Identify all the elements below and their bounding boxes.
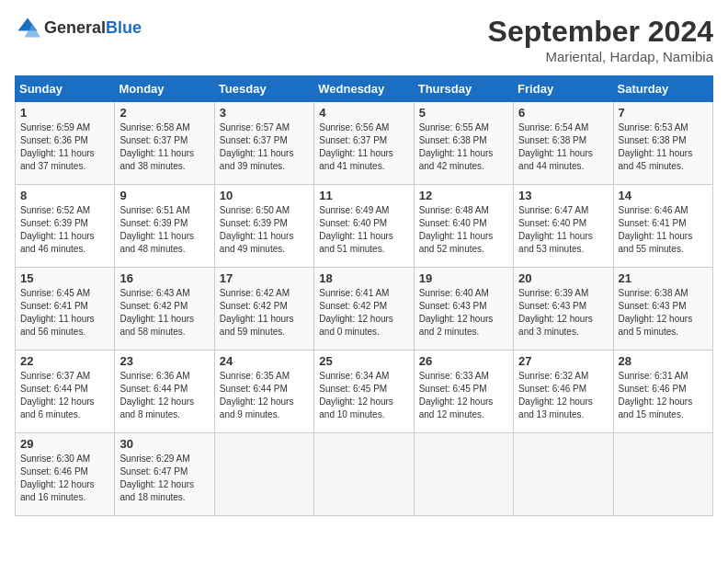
cell-info: Sunrise: 6:39 AM Sunset: 6:43 PM Dayligh… [518,287,608,339]
day-number: 18 [319,271,408,285]
calendar-cell: 6Sunrise: 6:54 AM Sunset: 6:38 PM Daylig… [514,102,613,185]
day-number: 19 [419,271,508,285]
logo: GeneralBlue [15,15,142,40]
calendar-week-row: 29Sunrise: 6:30 AM Sunset: 6:46 PM Dayli… [16,433,713,516]
day-number: 26 [419,354,508,368]
cell-info: Sunrise: 6:31 AM Sunset: 6:46 PM Dayligh… [619,370,708,421]
day-number: 17 [220,271,309,285]
day-number: 30 [119,437,209,451]
calendar-week-row: 8Sunrise: 6:52 AM Sunset: 6:39 PM Daylig… [16,185,713,268]
cell-info: Sunrise: 6:37 AM Sunset: 6:44 PM Dayligh… [20,370,109,421]
day-number: 22 [20,354,109,368]
col-header-monday: Monday [115,76,214,102]
col-header-wednesday: Wednesday [314,76,414,102]
cell-info: Sunrise: 6:47 AM Sunset: 6:40 PM Dayligh… [518,204,608,256]
day-number: 4 [319,106,408,120]
calendar-cell: 13Sunrise: 6:47 AM Sunset: 6:40 PM Dayli… [514,185,613,268]
cell-info: Sunrise: 6:41 AM Sunset: 6:42 PM Dayligh… [319,287,408,339]
day-number: 3 [220,106,309,120]
calendar-cell: 7Sunrise: 6:53 AM Sunset: 6:38 PM Daylig… [613,102,712,185]
cell-info: Sunrise: 6:48 AM Sunset: 6:40 PM Dayligh… [419,204,508,256]
calendar-cell: 25Sunrise: 6:34 AM Sunset: 6:45 PM Dayli… [314,350,414,433]
cell-info: Sunrise: 6:46 AM Sunset: 6:41 PM Dayligh… [619,204,708,256]
calendar-cell: 22Sunrise: 6:37 AM Sunset: 6:44 PM Dayli… [16,350,115,433]
col-header-tuesday: Tuesday [214,76,313,102]
logo-icon [15,15,40,40]
col-header-saturday: Saturday [613,76,712,102]
cell-info: Sunrise: 6:34 AM Sunset: 6:45 PM Dayligh… [319,370,408,421]
calendar-cell: 1Sunrise: 6:59 AM Sunset: 6:36 PM Daylig… [16,102,115,185]
cell-info: Sunrise: 6:36 AM Sunset: 6:44 PM Dayligh… [119,370,209,421]
calendar-cell [613,433,712,516]
col-header-friday: Friday [514,76,613,102]
day-number: 29 [20,437,109,451]
calendar-cell: 18Sunrise: 6:41 AM Sunset: 6:42 PM Dayli… [314,268,414,350]
day-number: 25 [319,354,408,368]
cell-info: Sunrise: 6:32 AM Sunset: 6:46 PM Dayligh… [518,370,608,421]
day-number: 5 [419,106,508,120]
calendar-cell: 16Sunrise: 6:43 AM Sunset: 6:42 PM Dayli… [115,268,214,350]
logo-general: General [44,18,106,37]
cell-info: Sunrise: 6:57 AM Sunset: 6:37 PM Dayligh… [220,121,309,173]
page-header: GeneralBlue September 2024 Mariental, Ha… [15,15,713,64]
cell-info: Sunrise: 6:49 AM Sunset: 6:40 PM Dayligh… [319,204,408,256]
cell-info: Sunrise: 6:52 AM Sunset: 6:39 PM Dayligh… [20,204,109,256]
calendar-cell: 12Sunrise: 6:48 AM Sunset: 6:40 PM Dayli… [414,185,513,268]
calendar-cell: 3Sunrise: 6:57 AM Sunset: 6:37 PM Daylig… [214,102,313,185]
cell-info: Sunrise: 6:58 AM Sunset: 6:37 PM Dayligh… [119,121,209,173]
calendar-cell: 21Sunrise: 6:38 AM Sunset: 6:43 PM Dayli… [613,268,712,350]
calendar-cell: 14Sunrise: 6:46 AM Sunset: 6:41 PM Dayli… [613,185,712,268]
calendar-cell [414,433,513,516]
col-header-thursday: Thursday [414,76,513,102]
day-number: 11 [319,189,408,202]
day-number: 14 [619,189,708,202]
cell-info: Sunrise: 6:33 AM Sunset: 6:45 PM Dayligh… [419,370,508,421]
calendar-cell: 19Sunrise: 6:40 AM Sunset: 6:43 PM Dayli… [414,268,513,350]
cell-info: Sunrise: 6:40 AM Sunset: 6:43 PM Dayligh… [419,287,508,339]
cell-info: Sunrise: 6:53 AM Sunset: 6:38 PM Dayligh… [619,121,708,173]
calendar-cell: 5Sunrise: 6:55 AM Sunset: 6:38 PM Daylig… [414,102,513,185]
day-number: 20 [518,271,608,285]
cell-info: Sunrise: 6:42 AM Sunset: 6:42 PM Dayligh… [220,287,309,339]
calendar-cell: 20Sunrise: 6:39 AM Sunset: 6:43 PM Dayli… [514,268,613,350]
calendar-cell: 15Sunrise: 6:45 AM Sunset: 6:41 PM Dayli… [16,268,115,350]
calendar-cell: 9Sunrise: 6:51 AM Sunset: 6:39 PM Daylig… [115,185,214,268]
cell-info: Sunrise: 6:45 AM Sunset: 6:41 PM Dayligh… [20,287,109,339]
day-number: 1 [20,106,109,120]
location: Mariental, Hardap, Namibia [488,49,713,64]
logo-blue: Blue [106,18,142,37]
title-block: September 2024 Mariental, Hardap, Namibi… [488,15,713,64]
calendar-cell: 28Sunrise: 6:31 AM Sunset: 6:46 PM Dayli… [613,350,712,433]
calendar-table: SundayMondayTuesdayWednesdayThursdayFrid… [15,75,713,516]
calendar-week-row: 22Sunrise: 6:37 AM Sunset: 6:44 PM Dayli… [16,350,713,433]
calendar-cell: 26Sunrise: 6:33 AM Sunset: 6:45 PM Dayli… [414,350,513,433]
cell-info: Sunrise: 6:51 AM Sunset: 6:39 PM Dayligh… [119,204,209,256]
calendar-cell [314,433,414,516]
day-number: 9 [119,189,209,202]
cell-info: Sunrise: 6:50 AM Sunset: 6:39 PM Dayligh… [220,204,309,256]
day-number: 27 [518,354,608,368]
calendar-cell: 24Sunrise: 6:35 AM Sunset: 6:44 PM Dayli… [214,350,313,433]
day-number: 7 [619,106,708,120]
day-number: 13 [518,189,608,202]
day-number: 10 [220,189,309,202]
cell-info: Sunrise: 6:56 AM Sunset: 6:37 PM Dayligh… [319,121,408,173]
calendar-cell: 11Sunrise: 6:49 AM Sunset: 6:40 PM Dayli… [314,185,414,268]
day-number: 15 [20,271,109,285]
cell-info: Sunrise: 6:55 AM Sunset: 6:38 PM Dayligh… [419,121,508,173]
calendar-cell: 27Sunrise: 6:32 AM Sunset: 6:46 PM Dayli… [514,350,613,433]
cell-info: Sunrise: 6:38 AM Sunset: 6:43 PM Dayligh… [619,287,708,339]
calendar-cell: 17Sunrise: 6:42 AM Sunset: 6:42 PM Dayli… [214,268,313,350]
day-number: 28 [619,354,708,368]
col-header-sunday: Sunday [16,76,115,102]
cell-info: Sunrise: 6:35 AM Sunset: 6:44 PM Dayligh… [220,370,309,421]
day-number: 23 [119,354,209,368]
calendar-week-row: 15Sunrise: 6:45 AM Sunset: 6:41 PM Dayli… [16,268,713,350]
calendar-cell: 2Sunrise: 6:58 AM Sunset: 6:37 PM Daylig… [115,102,214,185]
cell-info: Sunrise: 6:29 AM Sunset: 6:47 PM Dayligh… [119,453,209,504]
day-number: 16 [119,271,209,285]
calendar-cell: 23Sunrise: 6:36 AM Sunset: 6:44 PM Dayli… [115,350,214,433]
cell-info: Sunrise: 6:54 AM Sunset: 6:38 PM Dayligh… [518,121,608,173]
cell-info: Sunrise: 6:30 AM Sunset: 6:46 PM Dayligh… [20,453,109,504]
day-number: 24 [220,354,309,368]
